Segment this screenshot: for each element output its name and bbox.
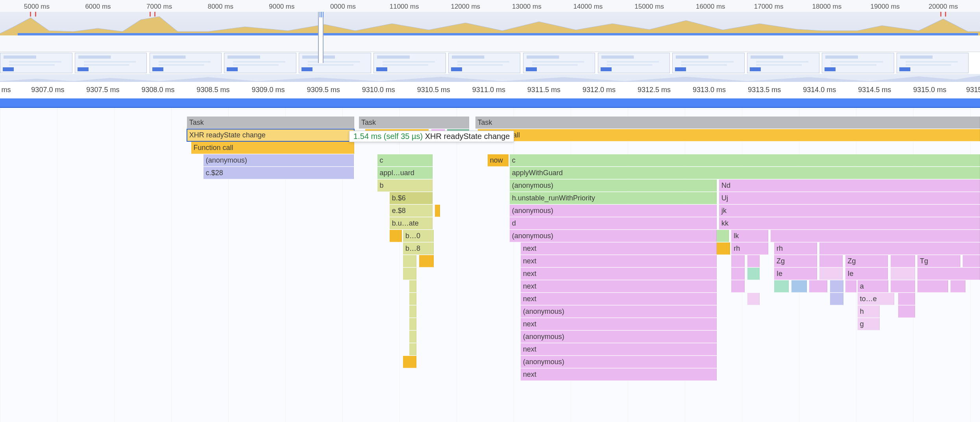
flame-bar[interactable] bbox=[747, 268, 760, 280]
flame-bar[interactable]: a bbox=[858, 280, 888, 292]
flame-bar[interactable]: next bbox=[521, 368, 717, 381]
flame-bar[interactable]: next bbox=[521, 343, 717, 355]
flame-bar[interactable]: kk bbox=[719, 217, 980, 230]
flame-bar[interactable] bbox=[830, 293, 843, 305]
flame-bar[interactable] bbox=[891, 268, 915, 280]
filmstrip-frame[interactable] bbox=[75, 53, 147, 73]
filmstrip-frame[interactable] bbox=[897, 53, 969, 73]
flame-bar[interactable]: XHR readyState change bbox=[187, 129, 354, 141]
flame-bar[interactable]: to…e bbox=[858, 293, 894, 305]
flame-bar[interactable] bbox=[898, 305, 915, 318]
filmstrip-frame[interactable] bbox=[747, 53, 819, 73]
flame-bar[interactable]: Ie bbox=[845, 268, 888, 280]
flame-bar[interactable]: Nd bbox=[719, 180, 980, 192]
filmstrip-frame[interactable] bbox=[0, 53, 72, 73]
flame-bar[interactable]: now bbox=[488, 154, 508, 167]
flame-bar[interactable]: Function call bbox=[478, 129, 980, 141]
filmstrip-frame[interactable] bbox=[150, 53, 222, 73]
flame-bar[interactable]: next bbox=[521, 255, 717, 267]
flame-bar[interactable]: jk bbox=[719, 205, 980, 217]
filmstrip-frame[interactable] bbox=[299, 53, 371, 73]
flame-bar[interactable] bbox=[409, 293, 417, 305]
flame-bar[interactable]: d bbox=[510, 217, 717, 230]
flame-bar[interactable] bbox=[771, 230, 980, 242]
flame-bar[interactable]: Task bbox=[187, 117, 354, 129]
filmstrip-frame[interactable] bbox=[224, 53, 296, 73]
flame-bar[interactable] bbox=[403, 356, 416, 368]
timeline-overview[interactable]: 5000 ms6000 ms7000 ms8000 ms9000 ms0000 … bbox=[0, 0, 980, 52]
flame-bar[interactable]: Ie bbox=[774, 268, 817, 280]
flame-bar[interactable]: applyWithGuard bbox=[510, 167, 980, 179]
filmstrip-frame[interactable] bbox=[448, 53, 521, 73]
filmstrip-frame[interactable] bbox=[374, 53, 446, 73]
flame-bar[interactable] bbox=[747, 255, 760, 267]
flame-bar[interactable] bbox=[830, 280, 843, 292]
frames-strip[interactable] bbox=[0, 98, 980, 108]
flame-bar[interactable] bbox=[403, 268, 416, 280]
flame-bar[interactable] bbox=[819, 255, 843, 267]
flame-bar[interactable]: b bbox=[377, 180, 433, 192]
flame-bar[interactable] bbox=[891, 280, 915, 292]
flame-bar[interactable] bbox=[747, 293, 760, 305]
overview-viewport-handle[interactable] bbox=[318, 12, 324, 63]
flame-bar[interactable]: b.u…ate bbox=[390, 217, 433, 230]
flame-bar[interactable] bbox=[409, 318, 417, 330]
flame-bar[interactable] bbox=[819, 268, 843, 280]
flame-bar[interactable] bbox=[917, 280, 948, 292]
flame-bar[interactable]: next bbox=[521, 293, 717, 305]
flame-bar[interactable] bbox=[409, 305, 417, 318]
flame-bar[interactable] bbox=[791, 280, 807, 292]
flame-bar[interactable]: Task bbox=[359, 117, 469, 129]
flame-bar[interactable]: rh bbox=[731, 242, 768, 255]
filmstrip-frame[interactable] bbox=[822, 53, 894, 73]
flame-bar[interactable] bbox=[731, 255, 745, 267]
flame-bar[interactable]: Zg bbox=[845, 255, 888, 267]
flame-bar[interactable]: c bbox=[510, 154, 980, 167]
flame-bar[interactable]: (anonymous) bbox=[510, 205, 717, 217]
flame-bar[interactable]: c bbox=[377, 154, 433, 167]
flame-bar[interactable]: (anonymous) bbox=[521, 356, 717, 368]
flame-bar[interactable] bbox=[409, 280, 417, 292]
filmstrip-frame[interactable] bbox=[672, 53, 745, 73]
flame-bar[interactable] bbox=[819, 242, 980, 255]
flame-bar[interactable] bbox=[917, 268, 980, 280]
flame-bar[interactable]: (anonymous) bbox=[510, 230, 717, 242]
flame-bar[interactable] bbox=[403, 255, 416, 267]
flame-bar[interactable]: lk bbox=[731, 230, 768, 242]
flame-bar[interactable] bbox=[409, 331, 417, 343]
flame-bar[interactable] bbox=[717, 242, 730, 255]
flame-bar[interactable] bbox=[774, 280, 789, 292]
flame-bar[interactable]: Zg bbox=[774, 255, 817, 267]
filmstrip-frame[interactable] bbox=[598, 53, 670, 73]
flame-bar[interactable]: next bbox=[521, 268, 717, 280]
filmstrip-frame[interactable] bbox=[523, 53, 595, 73]
flame-bar[interactable]: g bbox=[858, 318, 880, 330]
flame-bar[interactable]: Function call bbox=[191, 142, 354, 154]
flame-bar[interactable] bbox=[950, 280, 965, 292]
flame-bar[interactable] bbox=[731, 280, 745, 292]
flame-bar[interactable] bbox=[419, 255, 434, 267]
flame-bar[interactable]: Task bbox=[475, 117, 980, 129]
flame-bar[interactable] bbox=[891, 255, 915, 267]
flame-bar[interactable]: e.$8 bbox=[390, 205, 433, 217]
flame-bar[interactable]: (anonymous) bbox=[521, 305, 717, 318]
flame-bar[interactable] bbox=[809, 280, 828, 292]
flame-bar[interactable]: (anonymous) bbox=[521, 331, 717, 343]
flame-bar[interactable]: Tg bbox=[917, 255, 960, 267]
flame-bar[interactable]: Uj bbox=[719, 192, 980, 204]
flame-bar[interactable]: h bbox=[858, 305, 880, 318]
flame-bar[interactable] bbox=[845, 280, 856, 292]
flame-bar[interactable]: h.unstable_runWithPriority bbox=[510, 192, 717, 204]
flame-bar[interactable] bbox=[963, 255, 980, 267]
detail-ruler[interactable]: ms9307.0 ms9307.5 ms9308.0 ms9308.5 ms93… bbox=[0, 82, 980, 98]
flame-bar[interactable]: (anonymous) bbox=[510, 180, 717, 192]
flame-chart[interactable]: TaskXHR readyState changeFunction call(a… bbox=[0, 108, 980, 422]
flame-bar[interactable] bbox=[435, 205, 440, 217]
flame-bar[interactable]: next bbox=[521, 318, 717, 330]
flame-bar[interactable]: next bbox=[521, 280, 717, 292]
flame-bar[interactable]: rh bbox=[774, 242, 817, 255]
flame-bar[interactable]: b.$6 bbox=[390, 192, 433, 204]
flame-bar[interactable]: next bbox=[521, 242, 717, 255]
flame-bar[interactable]: appl…uard bbox=[377, 167, 433, 179]
flame-bar[interactable]: (anonymous) bbox=[203, 154, 354, 167]
